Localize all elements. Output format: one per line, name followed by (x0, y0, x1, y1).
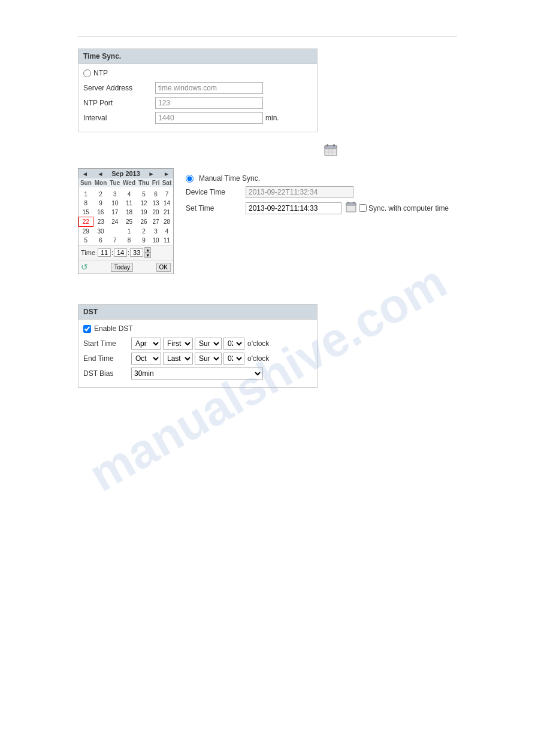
time-sync-header: Time Sync. (78, 49, 317, 64)
calendar-day[interactable]: 9 (93, 199, 108, 208)
calendar-day[interactable]: 21 (161, 208, 173, 217)
ntp-radio[interactable] (83, 69, 91, 77)
prev-month-btn[interactable]: ◄ (96, 171, 105, 177)
cal-header-mon: Mon (93, 178, 108, 187)
calendar-day[interactable]: 5 (79, 236, 93, 245)
dst-header: DST (78, 305, 317, 320)
calendar-day[interactable]: 10 (151, 236, 161, 245)
calendar-day[interactable]: 8 (122, 236, 137, 245)
end-hour-select[interactable]: 010203 040506 (223, 353, 244, 365)
calendar-day[interactable]: 23 (93, 217, 108, 227)
calendar-day[interactable]: 2 (93, 190, 108, 199)
time-sec-input[interactable] (130, 248, 143, 257)
end-time-label: End Time (83, 354, 131, 363)
calendar-day[interactable]: 8 (79, 199, 93, 208)
ntp-port-label: NTP Port (83, 99, 155, 107)
end-ord-select[interactable]: FirstSecondThirdFourth Last (163, 353, 193, 365)
calendar-day[interactable]: 2 (137, 227, 151, 236)
today-btn[interactable]: Today (111, 263, 133, 272)
dst-section: DST Enable DST Start Time Apr JanFebMar … (78, 304, 318, 388)
start-month-select[interactable]: Apr JanFebMar MayJunJul AugSepOct NovDec (131, 338, 161, 350)
calendar-day[interactable]: 22 (79, 217, 93, 227)
server-address-input[interactable] (155, 82, 263, 94)
calendar-day[interactable]: 7 (108, 236, 122, 245)
manual-area: Manual Time Sync. Device Time Set Time (186, 168, 457, 220)
calendar-day[interactable]: 11 (122, 199, 137, 208)
top-divider (78, 36, 457, 37)
calendar-day[interactable]: 7 (161, 190, 173, 199)
start-time-label: Start Time (83, 339, 131, 348)
calendar-day[interactable]: 3 (151, 227, 161, 236)
dst-bias-label: DST Bias (83, 369, 131, 378)
enable-dst-label: Enable DST (94, 324, 133, 333)
time-hour-input[interactable] (98, 248, 111, 257)
calendar-day[interactable]: 4 (122, 190, 137, 199)
end-day-select[interactable]: Sun MonTueWed ThuFriSat (195, 353, 222, 365)
calendar-day[interactable]: 1 (79, 190, 93, 199)
device-time-row: Device Time (186, 186, 457, 198)
dst-bias-select[interactable]: 30min 60min 90min 120min (131, 368, 263, 379)
calendar-day[interactable]: 11 (161, 236, 173, 245)
set-time-input[interactable] (246, 202, 341, 214)
calendar-day[interactable]: 16 (93, 208, 108, 217)
calendar-day[interactable]: 3 (108, 190, 122, 199)
calendar-day[interactable]: 25 (122, 217, 137, 227)
cal-header-tue: Tue (108, 178, 122, 187)
calendar-day[interactable]: 20 (151, 208, 161, 217)
calendar-day[interactable]: 15 (79, 208, 93, 217)
calendar-day[interactable]: 28 (161, 217, 173, 227)
calendar-day[interactable]: 29 (79, 227, 93, 236)
calendar-day[interactable]: 12 (137, 199, 151, 208)
start-day-select[interactable]: Sun MonTueWed ThuFriSat (195, 338, 222, 350)
calendar-day[interactable]: 1 (122, 227, 137, 236)
sync-computer-time-checkbox[interactable] (359, 204, 367, 212)
next-month-btn[interactable]: ► (147, 171, 156, 177)
calendar-day[interactable]: 10 (108, 199, 122, 208)
device-time-label: Device Time (186, 188, 246, 196)
ntp-port-input[interactable] (155, 97, 263, 109)
sync-computer-time-label: Sync. with computer time (359, 204, 449, 212)
calendar-day[interactable]: 4 (161, 227, 173, 236)
ok-btn[interactable]: OK (156, 263, 171, 272)
start-time-row: Start Time Apr JanFebMar MayJunJul AugSe… (83, 338, 312, 350)
calendar-day[interactable]: 6 (93, 236, 108, 245)
refresh-icon[interactable]: ↺ (81, 262, 88, 272)
interval-input[interactable] (155, 112, 263, 124)
calendar-day[interactable]: 9 (137, 236, 151, 245)
calendar-day (108, 227, 122, 236)
time-down-btn[interactable]: ▼ (144, 253, 151, 258)
interval-row: Interval min. (83, 112, 312, 124)
calendar-day[interactable]: 26 (137, 217, 151, 227)
time-up-btn[interactable]: ▲ (144, 247, 151, 253)
calendar-day[interactable]: 18 (122, 208, 137, 217)
start-ord-select[interactable]: First SecondThirdFourthLast (163, 338, 193, 350)
calendar-day[interactable]: 13 (151, 199, 161, 208)
prev-year-btn[interactable]: ◄ (81, 171, 89, 177)
calendar-day[interactable]: 24 (108, 217, 122, 227)
calendar-day[interactable]: 5 (137, 190, 151, 199)
calendar-month-year: Sep 2013 (111, 170, 140, 177)
svg-rect-3 (333, 144, 335, 147)
calendar-day[interactable]: 27 (151, 217, 161, 227)
calendar-day[interactable]: 14 (161, 199, 173, 208)
end-month-select[interactable]: JanFebMar AprMayJun JulAugSep OctNovDec (131, 353, 161, 365)
next-year-btn[interactable]: ► (162, 171, 171, 177)
page-container: Time Sync. NTP Server Address NTP Port I… (0, 0, 535, 424)
start-hour-select[interactable]: 010203 040506 (223, 338, 244, 350)
calendar-open-icon[interactable] (324, 144, 337, 156)
calendar-icon-area (78, 144, 457, 156)
calendar-day[interactable]: 17 (108, 208, 122, 217)
cal-header-sun: Sun (79, 178, 93, 187)
calendar-grid: Sun Mon Tue Wed Thu Fri Sat 123456789101… (78, 178, 173, 245)
time-sync-section: Time Sync. NTP Server Address NTP Port I… (78, 48, 318, 132)
dst-bias-row: DST Bias 30min 60min 90min 120min (83, 368, 312, 379)
time-min-input[interactable] (114, 248, 127, 257)
enable-dst-checkbox[interactable] (83, 325, 91, 333)
calendar-day[interactable]: 19 (137, 208, 151, 217)
set-time-cal-icon[interactable] (346, 202, 356, 214)
calendar-day[interactable]: 30 (93, 227, 108, 236)
manual-radio[interactable] (186, 175, 194, 183)
set-time-controls: Sync. with computer time (246, 202, 449, 214)
calendar-day[interactable]: 6 (151, 190, 161, 199)
svg-rect-2 (327, 144, 328, 147)
